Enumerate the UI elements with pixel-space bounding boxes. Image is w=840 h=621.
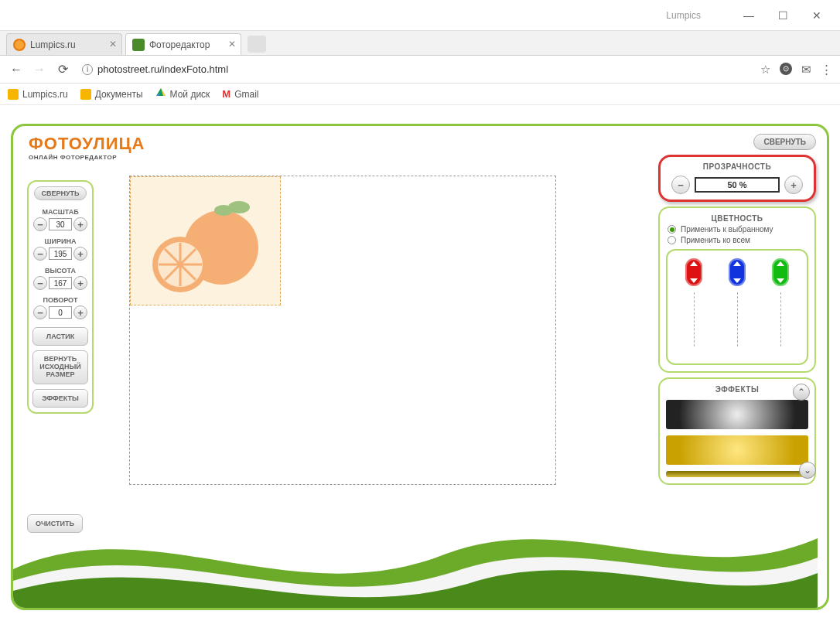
scale-plus-button[interactable]: + xyxy=(73,217,87,231)
effects-down-button[interactable]: ⌄ xyxy=(799,462,816,479)
logo-subtitle: ОНЛАЙН ФОТОРЕДАКТОР xyxy=(29,154,145,161)
orange-image xyxy=(140,187,271,295)
minimize-button[interactable]: — xyxy=(732,5,766,26)
editor-canvas[interactable] xyxy=(129,176,556,485)
right-panel: СВЕРНУТЬ ПРОЗРАЧНОСТЬ − + ЦВЕТНОСТЬ Прим… xyxy=(658,134,816,485)
orange-icon xyxy=(13,39,26,51)
height-minus-button[interactable]: − xyxy=(33,276,47,290)
collapse-left-button[interactable]: СВЕРНУТЬ xyxy=(34,186,86,200)
rotate-label: ПОВОРОТ xyxy=(43,296,77,304)
effect-swatch-2[interactable] xyxy=(666,435,808,465)
reload-button[interactable]: ⟳ xyxy=(54,61,71,78)
mail-icon[interactable]: ✉ xyxy=(801,63,811,77)
canvas-selection[interactable] xyxy=(130,176,281,305)
effects-button[interactable]: ЭФФЕКТЫ xyxy=(32,389,88,408)
browser-tabstrip: Lumpics.ru ✕ Фоторедактор ✕ xyxy=(0,31,840,56)
color-box: ЦВЕТНОСТЬ Применить к выбранному Примени… xyxy=(658,206,816,373)
menu-icon[interactable]: ⋮ xyxy=(821,63,832,77)
height-label: ВЫСОТА xyxy=(45,267,76,275)
app-logo: ФОТОУЛИЦА ОНЛАЙН ФОТОРЕДАКТОР xyxy=(29,134,145,161)
height-stepper: − + xyxy=(33,276,87,290)
address-bar: ← → ⟳ i photostreet.ru/indexFoto.html ☆ … xyxy=(0,56,840,84)
effects-title: ЭФФЕКТЫ xyxy=(715,385,759,394)
rotate-minus-button[interactable]: − xyxy=(33,305,47,319)
scale-stepper: − + xyxy=(33,217,87,231)
tab-lumpics[interactable]: Lumpics.ru ✕ xyxy=(6,33,122,55)
color-title: ЦВЕТНОСТЬ xyxy=(666,214,808,223)
width-minus-button[interactable]: − xyxy=(33,247,47,261)
red-channel-slider[interactable] xyxy=(685,258,702,286)
scale-label: МАСШТАБ xyxy=(42,208,78,216)
transparency-box: ПРОЗРАЧНОСТЬ − + xyxy=(658,155,816,202)
new-tab-button[interactable] xyxy=(248,36,266,53)
maximize-button[interactable]: ☐ xyxy=(766,5,800,26)
info-icon[interactable]: i xyxy=(82,64,93,75)
apply-all-radio[interactable]: Применить ко всем xyxy=(668,236,807,244)
effects-up-button[interactable]: ⌃ xyxy=(793,384,810,401)
bookmark-gmail[interactable]: MGmail xyxy=(222,88,258,100)
close-button[interactable]: ✕ xyxy=(800,5,834,26)
bookmark-drive[interactable]: Мой диск xyxy=(155,87,210,101)
bookmarks-bar: Lumpics.ru Документы Мой диск MGmail xyxy=(0,84,840,105)
color-channels xyxy=(666,249,808,365)
green-channel-slider[interactable] xyxy=(772,258,789,286)
close-icon[interactable]: ✕ xyxy=(109,39,117,49)
drive-icon xyxy=(155,87,166,101)
effect-swatch-3[interactable] xyxy=(666,471,808,477)
radio-off-icon xyxy=(668,236,676,244)
effects-box: ЭФФЕКТЫ ⌃ ⌄ xyxy=(658,377,816,485)
scale-input[interactable] xyxy=(49,218,72,230)
width-input[interactable] xyxy=(49,247,72,260)
wave-decoration xyxy=(13,500,818,608)
bookmark-documents[interactable]: Документы xyxy=(80,89,143,100)
editor-icon xyxy=(132,39,145,51)
logo-title: ФОТОУЛИЦА xyxy=(29,134,145,154)
transparency-minus-button[interactable]: − xyxy=(671,176,690,194)
window-title: Lumpics xyxy=(666,10,701,21)
editor-app: ФОТОУЛИЦА ОНЛАЙН ФОТОРЕДАКТОР СВЕРНУТЬ М… xyxy=(11,124,829,610)
gmail-icon: M xyxy=(222,88,230,100)
back-button[interactable]: ← xyxy=(8,61,25,78)
tab-label: Lumpics.ru xyxy=(30,39,76,50)
left-panel: СВЕРНУТЬ МАСШТАБ − + ШИРИНА − + ВЫСОТА −… xyxy=(27,180,94,414)
blue-channel-slider[interactable] xyxy=(729,258,746,286)
apply-selected-radio[interactable]: Применить к выбранному xyxy=(668,225,807,234)
width-plus-button[interactable]: + xyxy=(73,247,87,261)
radio-on-icon xyxy=(668,225,676,234)
width-label: ШИРИНА xyxy=(45,237,77,245)
tab-photoeditor[interactable]: Фоторедактор ✕ xyxy=(125,33,241,55)
star-icon[interactable]: ☆ xyxy=(760,63,770,77)
eraser-button[interactable]: ЛАСТИК xyxy=(32,327,88,346)
rotate-input[interactable] xyxy=(49,306,72,319)
window-titlebar: Lumpics — ☐ ✕ xyxy=(0,0,840,31)
forward-button[interactable]: → xyxy=(31,61,48,78)
rotate-plus-button[interactable]: + xyxy=(73,305,87,319)
close-icon[interactable]: ✕ xyxy=(228,39,236,49)
rotate-stepper: − + xyxy=(33,305,87,319)
bookmark-lumpics[interactable]: Lumpics.ru xyxy=(8,89,68,100)
height-plus-button[interactable]: + xyxy=(73,276,87,290)
clear-button[interactable]: ОЧИСТИТЬ xyxy=(27,514,83,533)
effect-swatch-1[interactable] xyxy=(666,400,808,429)
transparency-title: ПРОЗРАЧНОСТЬ xyxy=(666,162,808,171)
restore-size-button[interactable]: ВЕРНУТЬ ИСХОДНЫЙ РАЗМЕР xyxy=(32,350,88,384)
tab-label: Фоторедактор xyxy=(149,39,210,50)
width-stepper: − + xyxy=(33,247,87,261)
url-field[interactable]: i photostreet.ru/indexFoto.html xyxy=(77,63,754,75)
transparency-input[interactable] xyxy=(695,177,780,193)
scale-minus-button[interactable]: − xyxy=(33,217,47,231)
transparency-plus-button[interactable]: + xyxy=(784,176,803,194)
url-text: photostreet.ru/indexFoto.html xyxy=(97,63,228,75)
key-icon[interactable]: ⊙ xyxy=(780,63,792,75)
collapse-right-button[interactable]: СВЕРНУТЬ xyxy=(753,134,816,150)
height-input[interactable] xyxy=(49,277,72,289)
svg-point-5 xyxy=(228,201,250,213)
